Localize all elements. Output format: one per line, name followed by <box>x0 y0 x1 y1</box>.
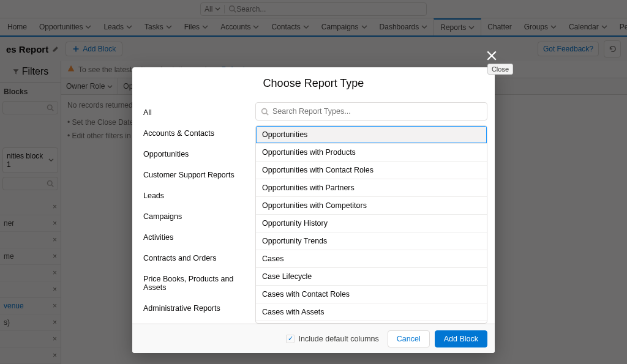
type-search-input[interactable] <box>272 107 482 116</box>
report-type-item[interactable]: Opportunity Trends <box>256 232 487 250</box>
include-default-columns[interactable]: ✓Include default columns <box>286 335 378 343</box>
report-type-item[interactable]: Opportunities with Partners <box>256 179 487 197</box>
category-item[interactable]: All <box>143 102 241 123</box>
report-type-item[interactable]: Case Lifecycle <box>256 268 487 286</box>
category-item[interactable]: Opportunities <box>143 144 241 165</box>
report-type-list: OpportunitiesOpportunities with Products… <box>255 125 487 324</box>
search-icon <box>261 108 269 116</box>
checkbox-icon: ✓ <box>286 335 295 343</box>
modal-overlay: Close Choose Report Type AllAccounts & C… <box>0 0 627 364</box>
report-type-item[interactable]: Opportunities with Contact Roles <box>256 162 487 179</box>
add-block-primary-button[interactable]: Add Block <box>435 330 487 347</box>
report-type-item[interactable]: Opportunity History <box>256 215 487 232</box>
category-list: AllAccounts & ContactsOpportunitiesCusto… <box>132 98 252 324</box>
report-type-item[interactable]: Cases with Contact Roles <box>256 286 487 303</box>
close-tooltip: Close <box>487 64 513 75</box>
category-item[interactable]: Administrative Reports <box>143 298 241 319</box>
category-item[interactable]: Accounts & Contacts <box>143 123 241 144</box>
report-type-item[interactable]: Cases <box>256 250 487 268</box>
modal-footer: ✓Include default columns Cancel Add Bloc… <box>132 324 495 353</box>
report-type-item[interactable]: Opportunities with Competitors <box>256 197 487 215</box>
close-modal-button[interactable] <box>486 50 497 64</box>
category-item[interactable]: Contracts and Orders <box>143 248 241 269</box>
choose-report-type-modal: Choose Report Type AllAccounts & Contact… <box>132 67 495 353</box>
report-type-item[interactable]: Opportunities <box>256 126 487 144</box>
report-type-item[interactable]: Cases with Assets <box>256 303 487 321</box>
category-item[interactable]: Leads <box>143 185 241 206</box>
category-item[interactable]: File and Content Reports <box>143 319 241 324</box>
category-item[interactable]: Price Books, Products and Assets <box>143 269 241 298</box>
category-item[interactable]: Activities <box>143 227 241 248</box>
svg-point-10 <box>262 108 267 113</box>
cancel-button[interactable]: Cancel <box>388 330 430 347</box>
report-type-item[interactable]: Opportunities with Products <box>256 144 487 162</box>
category-item[interactable]: Customer Support Reports <box>143 165 241 185</box>
category-item[interactable]: Campaigns <box>143 206 241 227</box>
report-type-item[interactable]: Cases with Solutions <box>256 321 487 324</box>
svg-line-11 <box>266 113 268 114</box>
type-search-box[interactable] <box>255 102 487 121</box>
modal-title: Choose Report Type <box>132 67 495 98</box>
